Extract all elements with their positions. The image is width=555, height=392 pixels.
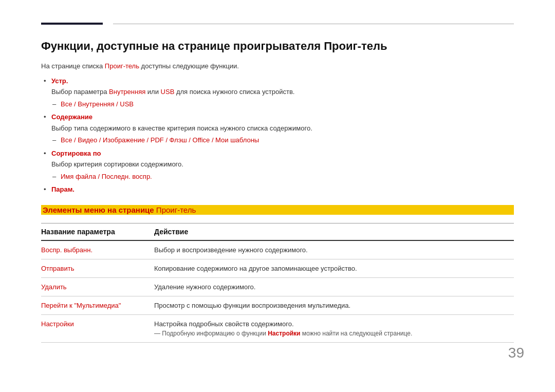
row2-name: Отправить [41, 265, 154, 272]
link-vse-ustr: Все / Внутренняя / USB [61, 100, 134, 108]
row5-name: Настройки [41, 320, 154, 328]
bullet-item-content: Содержание Выбор типа содержимого в каче… [51, 112, 514, 145]
row1-name: Воспр. выбранн. [41, 246, 154, 254]
top-bar-accent [41, 23, 103, 25]
menu-table: Название параметра Действие Воспр. выбра… [41, 223, 514, 343]
intro-paragraph: На странице списка Проиг-тель доступны с… [41, 62, 514, 70]
row4-name-text: Перейти к "Мультимедиа" [41, 302, 121, 309]
row1-name-text: Воспр. выбранн. [41, 246, 92, 254]
section-heading: Элементы меню на странице Проиг-тель [41, 205, 514, 215]
sub-list-content: Все / Видео / Изображение / PDF / Флэш /… [61, 135, 514, 145]
bullet-label-ustr: Устр. [51, 77, 68, 85]
row2-action: Копирование содержимого на другое запоми… [154, 265, 514, 272]
bullet-text-content: Выбор типа содержимого в качестве критер… [51, 123, 514, 134]
row2-name-text: Отправить [41, 265, 74, 272]
row4-action: Просмотр с помощью функции воспроизведен… [154, 302, 514, 309]
sub-item-ustr-1: Все / Внутренняя / USB [61, 99, 514, 109]
bullet-text-ustr: Выбор параметра Внутренняя или USB для п… [51, 87, 514, 97]
sub-item-content-1: Все / Видео / Изображение / PDF / Флэш /… [61, 135, 514, 145]
bullet-item-param: Парам. [51, 184, 514, 195]
bullet-label-param: Парам. [51, 185, 75, 193]
bullet-label-sort: Сортировка по [51, 150, 101, 157]
row4-name: Перейти к "Мультимедиа" [41, 302, 154, 309]
bullet-text-sort: Выбор критерия сортировки содержимого. [51, 159, 514, 170]
bullet-label-content: Содержание [51, 113, 92, 121]
table-header: Название параметра Действие [41, 223, 514, 241]
bullet-item-ustr: Устр. Выбор параметра Внутренняя или USB… [51, 76, 514, 109]
bullet-item-sort: Сортировка по Выбор критерия сортировки … [51, 148, 514, 182]
col-header-name: Название параметра [41, 228, 154, 236]
main-bullet-list: Устр. Выбор параметра Внутренняя или USB… [51, 76, 514, 195]
table-row-5: Настройки Настройка подробных свойств со… [41, 315, 514, 343]
section-heading-container: Элементы меню на странице Проиг-тель [41, 205, 514, 215]
page-container: Функции, доступные на странице проигрыва… [0, 0, 555, 374]
sub-list-ustr: Все / Внутренняя / USB [61, 99, 514, 109]
table-row-3: Удалить Удаление нужного содержимого. [41, 278, 514, 296]
table-row-4: Перейти к "Мультимедиа" Просмотр с помощ… [41, 296, 514, 315]
row5-note-bold: Настройки [268, 330, 300, 337]
top-bar [41, 21, 514, 25]
row5-name-text: Настройки [41, 320, 74, 328]
link-vnutrennyaya: Внутренняя [109, 88, 145, 96]
page-number: 39 [508, 345, 524, 361]
link-content-types: Все / Видео / Изображение / PDF / Флэш /… [61, 136, 259, 144]
row3-name: Удалить [41, 283, 154, 291]
section-heading-red: Проиг-тель [156, 206, 196, 214]
row3-name-text: Удалить [41, 283, 67, 291]
row1-action: Выбор и воспроизведение нужного содержим… [154, 246, 514, 254]
link-sort-options: Имя файла / Последн. воспр. [61, 173, 152, 180]
col-header-action: Действие [154, 228, 514, 236]
page-title: Функции, доступные на странице проигрыва… [41, 39, 514, 54]
top-bar-line [113, 24, 514, 24]
sub-item-sort-1: Имя файла / Последн. воспр. [61, 172, 514, 182]
section-heading-black: Элементы меню на странице [43, 206, 156, 214]
row5-note: — Подробную информацию о функции Настрой… [154, 330, 514, 337]
link-usb: USB [161, 88, 175, 96]
row5-action: Настройка подробных свойств содержимого.… [154, 320, 514, 337]
table-row-1: Воспр. выбранн. Выбор и воспроизведение … [41, 241, 514, 259]
row3-action: Удаление нужного содержимого. [154, 283, 514, 291]
sub-list-sort: Имя файла / Последн. воспр. [61, 172, 514, 182]
table-row-2: Отправить Копирование содержимого на дру… [41, 259, 514, 278]
intro-link: Проиг-тель [105, 62, 139, 70]
